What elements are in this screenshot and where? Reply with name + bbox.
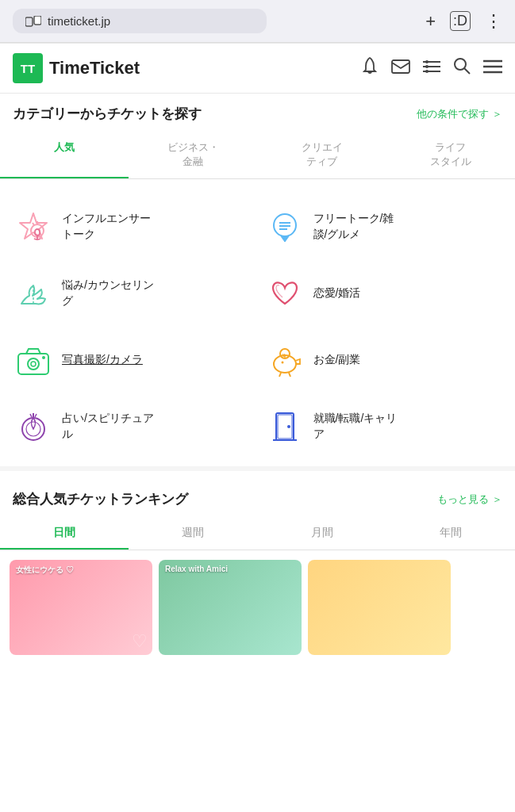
logo-icon-text: TT	[21, 62, 35, 75]
svg-rect-40	[276, 413, 294, 440]
list-icon[interactable]	[423, 58, 440, 79]
mail-icon[interactable]	[391, 58, 410, 79]
logo-icon: TT	[13, 53, 43, 83]
svg-point-42	[287, 425, 290, 428]
logo-title: TimeTicket	[49, 58, 140, 79]
browser-actions: + :D ⋮	[425, 11, 502, 32]
ranking-tab-daily[interactable]: 日間	[0, 516, 129, 550]
category-section-heading: カテゴリーからチケットを探す 他の条件で探す ＞	[0, 94, 515, 131]
category-grid: インフルエンサートーク フリートーク/雑談/グルメ 悩み/カウンセリング	[0, 187, 515, 466]
ranking-heading-text: 総合人気チケットランキング	[13, 490, 188, 508]
category-counseling[interactable]: 悩み/カウンセリング	[6, 260, 258, 327]
tab-lifestyle[interactable]: ライフスタイル	[386, 131, 515, 178]
svg-line-32	[289, 373, 290, 377]
hearts-icon	[264, 273, 306, 314]
svg-rect-0	[25, 17, 33, 26]
tab-popular[interactable]: 人気	[0, 131, 129, 178]
url-bar[interactable]: timeticket.jp	[13, 9, 267, 33]
svg-point-25	[28, 358, 39, 370]
star-mic-icon	[13, 206, 54, 247]
card1-rank: 女性にウケる ♡	[16, 565, 74, 576]
site-header: TT TimeTicket	[0, 44, 515, 94]
ranking-tab-weekly[interactable]: 週間	[129, 516, 257, 550]
svg-line-38	[30, 414, 32, 417]
category-tabs-wrapper: 人気 ビジネス・金融 クリエイティブ ライフスタイル	[0, 131, 515, 179]
ranking-tab-yearly[interactable]: 年間	[386, 516, 515, 550]
header-icons	[361, 56, 502, 80]
svg-line-17	[33, 223, 34, 225]
svg-rect-2	[392, 60, 409, 73]
svg-point-8	[425, 70, 429, 73]
category-freetalk-label: フリートーク/雑談/グルメ	[313, 211, 394, 242]
card2-label: Relax with Amici	[165, 565, 228, 573]
category-tabs: 人気 ビジネス・金融 クリエイティブ ライフスタイル	[0, 131, 515, 179]
hand-leaf-icon	[13, 273, 54, 314]
svg-line-39	[35, 414, 37, 417]
category-fortune-label: 占い/スピリチュアル	[62, 411, 154, 442]
category-heading-text: カテゴリーからチケットを探す	[13, 105, 202, 123]
bell-icon[interactable]	[361, 56, 379, 80]
svg-line-31	[279, 373, 281, 377]
chat-icon	[264, 206, 306, 247]
ranking-card-3[interactable]	[308, 560, 451, 655]
browser-bar: timeticket.jp + :D ⋮	[0, 0, 515, 43]
tab-business[interactable]: ビジネス・金融	[129, 131, 257, 178]
category-love-label: 恋愛/婚活	[313, 285, 361, 301]
category-photo[interactable]: 写真撮影/カメラ	[6, 327, 258, 393]
category-love[interactable]: 恋愛/婚活	[258, 260, 509, 327]
ranking-card-2[interactable]: Relax with Amici	[159, 560, 302, 655]
logo[interactable]: TT TimeTicket	[13, 53, 140, 83]
tab-switcher-button[interactable]: :D	[450, 11, 471, 31]
category-career[interactable]: 就職/転職/キャリア	[258, 393, 509, 460]
category-freetalk[interactable]: フリートーク/雑談/グルメ	[258, 193, 509, 260]
url-text: timeticket.jp	[48, 14, 110, 28]
category-influencer-label: インフルエンサートーク	[62, 211, 151, 242]
svg-point-26	[31, 362, 36, 366]
category-counseling-label: 悩み/カウンセリング	[62, 278, 154, 308]
crystal-icon	[13, 406, 54, 447]
ranking-tabs: 日間 週間 月間 年間	[0, 516, 515, 550]
ranking-tab-monthly[interactable]: 月間	[258, 516, 386, 550]
svg-line-10	[464, 68, 470, 74]
svg-point-9	[455, 59, 466, 70]
ranking-card-row: 女性にウケる ♡ ♡ Relax with Amici	[0, 550, 515, 655]
category-fortune[interactable]: 占い/スピリチュアル	[6, 393, 258, 460]
category-more-link[interactable]: 他の条件で探す ＞	[417, 107, 502, 121]
category-career-label: 就職/転職/キャリア	[313, 411, 398, 442]
svg-rect-1	[34, 16, 41, 25]
piggy-icon: ¥	[264, 339, 306, 381]
ranking-more-link[interactable]: もっと見る ＞	[437, 492, 502, 507]
tab-creative[interactable]: クリエイティブ	[258, 131, 386, 178]
ranking-section-heading: 総合人気チケットランキング もっと見る ＞	[0, 479, 515, 516]
category-money[interactable]: ¥ お金/副業	[258, 327, 509, 393]
category-influencer[interactable]: インフルエンサートーク	[6, 193, 258, 260]
door-icon	[264, 406, 306, 447]
ranking-section: 総合人気チケットランキング もっと見る ＞ 日間 週間 月間 年間 女性にウケる…	[0, 466, 515, 655]
ranking-card-1[interactable]: 女性にウケる ♡ ♡	[10, 560, 152, 655]
browser-menu-button[interactable]: ⋮	[485, 11, 502, 32]
svg-point-27	[42, 356, 45, 359]
svg-point-7	[425, 65, 429, 68]
search-icon[interactable]	[453, 57, 471, 79]
camera-icon	[13, 339, 54, 381]
svg-point-6	[425, 60, 429, 63]
category-money-label: お金/副業	[313, 352, 361, 368]
category-photo-label: 写真撮影/カメラ	[62, 352, 143, 368]
hamburger-icon[interactable]	[483, 58, 502, 79]
new-tab-button[interactable]: +	[425, 11, 436, 32]
url-bar-icon	[25, 16, 41, 27]
svg-point-33	[281, 362, 283, 364]
